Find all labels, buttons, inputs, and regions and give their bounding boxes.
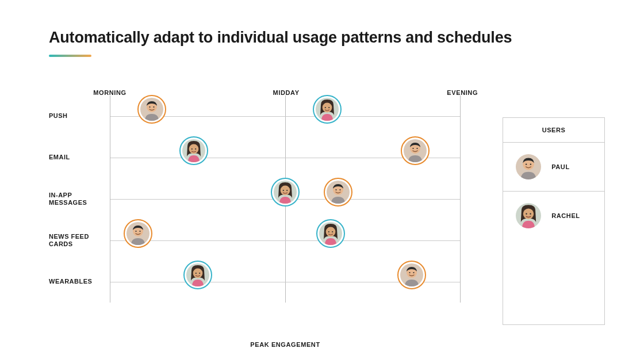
title-accent (49, 55, 91, 57)
engagement-point-rachel (316, 219, 345, 248)
legend-user-paul: PAUL (503, 143, 604, 192)
svg-point-26 (191, 148, 193, 150)
svg-point-15 (139, 231, 140, 232)
engagement-point-rachel (179, 136, 208, 165)
engagement-point-rachel (271, 178, 300, 206)
svg-point-10 (335, 189, 336, 190)
svg-point-27 (195, 148, 196, 150)
engagement-point-paul (397, 261, 426, 289)
avatar-rachel (516, 203, 541, 228)
svg-point-21 (323, 103, 332, 113)
svg-point-33 (326, 227, 336, 237)
svg-point-14 (135, 231, 136, 232)
svg-point-37 (193, 269, 202, 278)
svg-point-11 (339, 189, 340, 190)
svg-point-6 (412, 148, 413, 149)
users-legend: USERS PAUL RACHEL (503, 117, 605, 325)
legend-user-name: RACHEL (551, 212, 580, 219)
svg-point-38 (195, 273, 196, 274)
engagement-point-paul (324, 178, 352, 206)
grid-row-line (110, 240, 460, 241)
svg-point-42 (526, 163, 527, 165)
svg-point-47 (530, 213, 531, 214)
svg-point-2 (150, 106, 151, 108)
row-label: NEWS FEED CARDS (49, 233, 106, 248)
avatar-paul (126, 222, 150, 245)
avatar-paul (404, 139, 427, 162)
svg-point-34 (328, 231, 329, 232)
engagement-point-rachel (313, 95, 342, 124)
svg-point-39 (199, 273, 200, 274)
row-label: WEARABLES (49, 278, 106, 285)
avatar-rachel (274, 181, 297, 204)
svg-point-46 (526, 213, 527, 214)
legend-user-rachel: RACHEL (503, 192, 604, 240)
svg-point-43 (530, 163, 531, 165)
svg-point-25 (189, 144, 199, 154)
svg-point-35 (332, 231, 333, 232)
avatar-paul (327, 181, 350, 204)
svg-point-19 (413, 272, 414, 273)
avatar-rachel (316, 98, 339, 121)
legend-title: USERS (503, 118, 604, 143)
engagement-point-rachel (183, 261, 212, 289)
avatar-paul (400, 263, 423, 286)
svg-point-45 (523, 208, 534, 219)
engagement-point-paul (137, 95, 166, 124)
avatar-rachel (182, 139, 205, 162)
row-label: PUSH (49, 112, 106, 120)
x-axis-label: PEAK ENGAGEMENT (110, 341, 461, 348)
row-label: IN-APP MESSAGES (49, 192, 106, 206)
engagement-point-paul (401, 136, 430, 165)
engagement-chart: MORNINGMIDDAYEVENING PUSHEMAILIN-APP MES… (49, 85, 462, 325)
svg-point-29 (281, 186, 290, 196)
svg-point-30 (283, 190, 284, 191)
svg-point-7 (416, 148, 417, 149)
svg-point-23 (328, 107, 329, 108)
avatar-rachel (319, 222, 342, 245)
avatar-paul (516, 154, 541, 179)
svg-point-18 (409, 272, 410, 273)
svg-point-31 (286, 190, 288, 191)
avatar-rachel (186, 263, 209, 286)
avatar-paul (140, 98, 163, 121)
engagement-point-paul (124, 219, 152, 248)
row-label: EMAIL (49, 154, 106, 161)
svg-point-22 (325, 107, 326, 108)
svg-point-3 (154, 106, 155, 108)
legend-user-name: PAUL (551, 163, 570, 170)
page-title: Automatically adapt to individual usage … (49, 29, 604, 47)
